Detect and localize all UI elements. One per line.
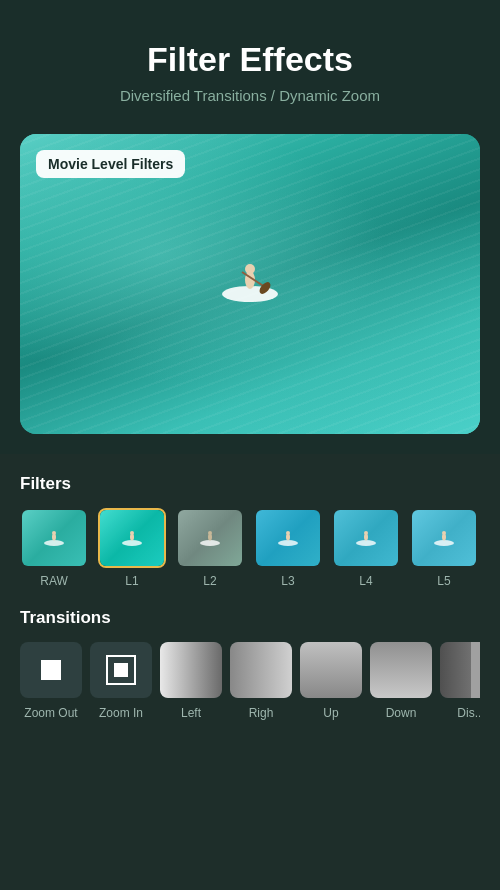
zoom-in-inner [114, 663, 128, 677]
page-title: Filter Effects [20, 40, 480, 79]
zoom-in-icon [106, 655, 136, 685]
svg-point-7 [52, 531, 56, 535]
filter-thumb-l4[interactable] [332, 508, 400, 568]
filters-row: RAW L1 [20, 508, 480, 588]
filter-item-l2: L2 [176, 508, 244, 588]
svg-point-10 [130, 531, 134, 535]
filter-label-l2: L2 [203, 574, 216, 588]
svg-point-16 [286, 531, 290, 535]
filter-thumb-raw[interactable] [20, 508, 88, 568]
transitions-section: Transitions Zoom Out Zoom In [20, 608, 480, 720]
transition-label-right: Righ [249, 706, 274, 720]
bottom-panel: Filters RAW [0, 454, 500, 890]
transition-thumb-left[interactable] [160, 642, 222, 698]
transition-item-left: Left [160, 642, 222, 720]
transition-item-dissolve: Dis... [440, 642, 480, 720]
transition-item-down: Down [370, 642, 432, 720]
transition-item-right: Righ [230, 642, 292, 720]
transition-item-zoom-out: Zoom Out [20, 642, 82, 720]
filter-thumb-l5[interactable] [410, 508, 478, 568]
transition-label-up: Up [323, 706, 338, 720]
filter-label-l5: L5 [437, 574, 450, 588]
filter-label-l1: L1 [125, 574, 138, 588]
filter-item-l3: L3 [254, 508, 322, 588]
transition-thumb-dissolve[interactable] [440, 642, 480, 698]
filter-label-raw: RAW [40, 574, 68, 588]
paddleboarder [210, 242, 290, 326]
filter-thumb-l2[interactable] [176, 508, 244, 568]
filter-item-l4: L4 [332, 508, 400, 588]
zoom-out-icon [41, 660, 61, 680]
page-subtitle: Diversified Transitions / Dynamic Zoom [20, 87, 480, 104]
transition-thumb-right[interactable] [230, 642, 292, 698]
transition-label-down: Down [386, 706, 417, 720]
svg-point-14 [278, 540, 298, 546]
transitions-section-title: Transitions [20, 608, 480, 628]
filter-item-l1: L1 [98, 508, 166, 588]
transition-item-up: Up [300, 642, 362, 720]
right-transition-icon [230, 642, 292, 698]
transition-thumb-up[interactable] [300, 642, 362, 698]
svg-point-22 [442, 531, 446, 535]
down-transition-icon [370, 642, 432, 698]
filter-label-l3: L3 [281, 574, 294, 588]
svg-point-8 [122, 540, 142, 546]
dissolve-right [471, 642, 480, 698]
header: Filter Effects Diversified Transitions /… [0, 0, 500, 114]
svg-point-19 [364, 531, 368, 535]
transition-label-zoom-in: Zoom In [99, 706, 143, 720]
left-transition-icon [160, 642, 222, 698]
svg-point-5 [44, 540, 64, 546]
transitions-row: Zoom Out Zoom In Left [20, 642, 480, 720]
transition-label-dissolve: Dis... [457, 706, 480, 720]
filters-section-title: Filters [20, 474, 480, 494]
transition-thumb-zoom-in[interactable] [90, 642, 152, 698]
transition-thumb-down[interactable] [370, 642, 432, 698]
filter-item-raw: RAW [20, 508, 88, 588]
preview-image: Movie Level Filters [20, 134, 480, 434]
page-container: Filter Effects Diversified Transitions /… [0, 0, 500, 890]
transition-label-left: Left [181, 706, 201, 720]
filter-thumb-l3[interactable] [254, 508, 322, 568]
transition-thumb-zoom-out[interactable] [20, 642, 82, 698]
svg-point-13 [208, 531, 212, 535]
transition-item-zoom-in: Zoom In [90, 642, 152, 720]
svg-point-20 [434, 540, 454, 546]
transition-label-zoom-out: Zoom Out [24, 706, 77, 720]
svg-point-2 [245, 264, 255, 274]
filter-label-l4: L4 [359, 574, 372, 588]
up-transition-icon [300, 642, 362, 698]
svg-point-11 [200, 540, 220, 546]
filter-item-l5: L5 [410, 508, 478, 588]
svg-point-17 [356, 540, 376, 546]
filter-thumb-l1[interactable] [98, 508, 166, 568]
movie-level-badge: Movie Level Filters [36, 150, 185, 178]
